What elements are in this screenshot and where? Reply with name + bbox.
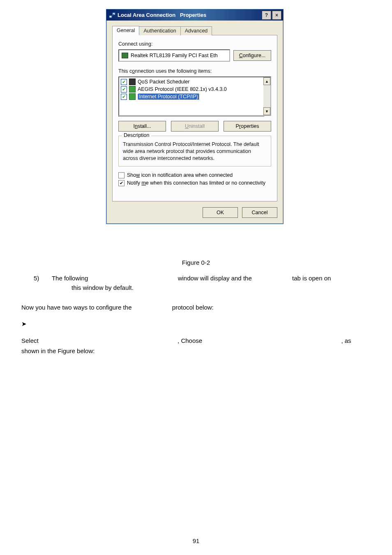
adapter-field[interactable]: Realtek RTL8139 Family PCI Fast Eth [118, 49, 230, 62]
help-button[interactable]: ? [262, 11, 271, 20]
components-list[interactable]: ✔ QoS Packet Scheduler ✔ AEGIS Protocol … [118, 76, 271, 116]
checkbox-icon[interactable] [118, 172, 125, 178]
configure-text-b: protocol below: [172, 304, 214, 311]
ok-button[interactable]: OK [203, 207, 238, 218]
vertical-scrollbar[interactable]: ▲ ▼ [263, 77, 270, 115]
connect-using-label: Connect using: [118, 41, 271, 47]
scroll-up-icon[interactable]: ▲ [263, 77, 270, 85]
select-b: , Choose [178, 337, 202, 344]
protocol-icon [129, 86, 136, 92]
svg-rect-0 [109, 16, 112, 18]
tab-panel-general: Connect using: Realtek RTL8139 Family PC… [112, 35, 277, 201]
show-icon-checkbox[interactable]: Show icon in notification area when conn… [118, 172, 271, 178]
step-number: 5) [34, 273, 50, 283]
select-line: Select , Choose , as shown in the Figure… [21, 336, 371, 356]
protocol-icon [129, 93, 136, 100]
list-item-qos[interactable]: ✔ QoS Packet Scheduler [121, 78, 262, 86]
properties-button[interactable]: Properties [224, 121, 271, 132]
select-a: Select [21, 337, 39, 344]
title-suffix: Properties [180, 12, 206, 18]
tab-authentication[interactable]: Authentication [139, 26, 180, 35]
select-line2: shown in the Figure below: [21, 346, 371, 356]
scheduler-icon [129, 79, 136, 85]
cancel-button[interactable]: Cancel [242, 207, 277, 218]
step-text-line2: this window by default. [71, 283, 371, 292]
page-number: 91 [0, 537, 392, 544]
scroll-down-icon[interactable]: ▼ [263, 107, 270, 115]
tab-strip: General Authentication Advanced [112, 25, 277, 35]
network-connection-icon [109, 12, 115, 18]
items-label: This connection uses the following items… [118, 68, 271, 74]
titlebar[interactable]: Local Area Connection Properties ? × [106, 9, 283, 21]
step-text-a: The following [52, 275, 88, 282]
step-text-b: window will display and the [178, 275, 252, 282]
dialog-body: General Authentication Advanced Connect … [106, 21, 283, 207]
properties-dialog: Local Area Connection Properties ? × Gen… [106, 9, 284, 224]
step-5: 5) The following window will display and… [21, 273, 371, 293]
tab-advanced[interactable]: Advanced [180, 26, 212, 35]
select-c: , as [341, 337, 351, 344]
configure-line: Now you have two ways to configure the p… [21, 303, 371, 312]
checkbox-icon[interactable]: ✔ [121, 94, 127, 100]
nic-icon [122, 53, 128, 58]
configure-text-a: Now you have two ways to configure the [21, 304, 131, 311]
close-button[interactable]: × [272, 11, 281, 20]
checkbox-icon[interactable]: ✔ [121, 79, 127, 85]
document-body: Figure 0-2 5) The following window will … [0, 253, 392, 356]
adapter-name: Realtek RTL8139 Family PCI Fast Eth [131, 53, 218, 58]
dialog-footer: OK Cancel [106, 207, 283, 224]
bullet-arrow: ➤ [21, 320, 392, 328]
uninstall-button: Uninstall [171, 121, 219, 132]
checkbox-icon[interactable]: ✔ [121, 86, 127, 92]
step-text-c: tab is open on [292, 275, 331, 282]
description-text: Transmission Control Protocol/Internet P… [123, 141, 267, 162]
notify-checkbox[interactable]: ✔ Notify me when this connection has lim… [118, 180, 271, 186]
figure-caption: Figure 0-2 [0, 259, 392, 266]
tab-general[interactable]: General [112, 26, 139, 35]
description-group: Description Transmission Control Protoco… [118, 136, 271, 166]
list-item-aegis[interactable]: ✔ AEGIS Protocol (IEEE 802.1x) v3.4.3.0 [121, 86, 262, 93]
configure-button[interactable]: Configure... [233, 50, 271, 61]
description-title: Description [122, 132, 151, 138]
checkbox-icon[interactable]: ✔ [118, 180, 125, 186]
install-button[interactable]: Install... [118, 121, 166, 132]
svg-rect-1 [113, 13, 115, 15]
title-prefix: Local Area Connection [118, 12, 175, 18]
list-item-tcpip[interactable]: ✔ Internet Protocol (TCP/IP) [121, 93, 262, 100]
